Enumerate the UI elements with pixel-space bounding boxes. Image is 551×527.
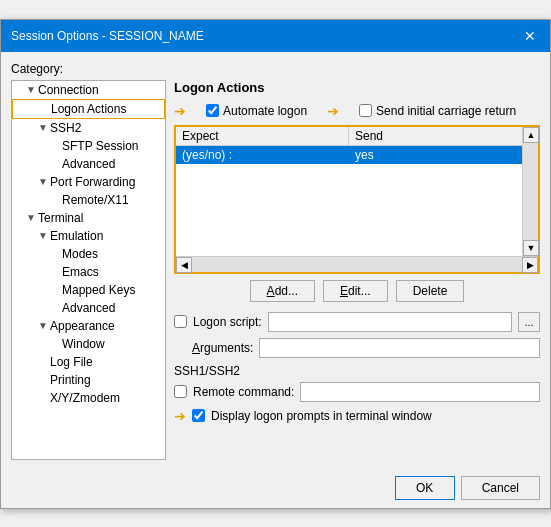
remote-command-row: Remote command:	[174, 382, 540, 402]
table-header: Expect Send	[176, 127, 522, 146]
main-content: ▼ Connection Logon Actions ▼ SSH2 SFTP S…	[11, 80, 540, 460]
footer-buttons: OK Cancel	[1, 470, 550, 508]
tree-panel[interactable]: ▼ Connection Logon Actions ▼ SSH2 SFTP S…	[11, 80, 166, 460]
tree-item-logon-actions[interactable]: Logon Actions	[12, 99, 165, 119]
remote-command-input[interactable]	[300, 382, 540, 402]
tree-item-label: Mapped Keys	[62, 283, 135, 297]
automate-logon-text: Automate logon	[223, 104, 307, 118]
expand-icon: ▼	[38, 176, 48, 187]
tree-item-xyzmodem[interactable]: X/Y/Zmodem	[12, 389, 165, 407]
arguments-label: Arguments:	[192, 341, 253, 355]
arguments-row: Arguments:	[174, 338, 540, 358]
tree-item-label: Window	[62, 337, 105, 351]
tree-item-label: Connection	[38, 83, 99, 97]
tree-item-connection[interactable]: ▼ Connection	[12, 81, 165, 99]
tree-item-printing[interactable]: Printing	[12, 371, 165, 389]
table-hscroll[interactable]: ◀ ▶	[176, 256, 538, 272]
tree-item-label: Advanced	[62, 157, 115, 171]
tree-item-sftp-session[interactable]: SFTP Session	[12, 137, 165, 155]
expand-spacer	[39, 103, 49, 114]
expand-icon: ▼	[26, 212, 36, 223]
expand-spacer	[38, 374, 48, 385]
tree-item-advanced-ssh2[interactable]: Advanced	[12, 155, 165, 173]
expand-spacer	[50, 284, 60, 295]
add-button[interactable]: Add...	[250, 280, 315, 302]
send-carriage-label[interactable]: Send initial carriage return	[359, 104, 516, 118]
tree-item-ssh2[interactable]: ▼ SSH2	[12, 119, 165, 137]
logon-script-browse-button[interactable]: ...	[518, 312, 540, 332]
remote-command-label: Remote command:	[193, 385, 294, 399]
tree-item-label: Appearance	[50, 319, 115, 333]
tree-item-label: Emacs	[62, 265, 99, 279]
logon-script-input[interactable]	[268, 312, 512, 332]
expand-spacer	[50, 140, 60, 151]
table-row[interactable]: (yes/no) : yes	[176, 146, 522, 164]
tree-item-advanced-emulation[interactable]: Advanced	[12, 299, 165, 317]
dialog: Session Options - SESSION_NAME ✕ Categor…	[0, 19, 551, 509]
tree-item-label: SSH2	[50, 121, 81, 135]
send-carriage-checkbox[interactable]	[359, 104, 372, 117]
tree-item-label: Log File	[50, 355, 93, 369]
tree-item-remote-x11[interactable]: Remote/X11	[12, 191, 165, 209]
tree-item-window[interactable]: Window	[12, 335, 165, 353]
panel-title: Logon Actions	[174, 80, 540, 95]
category-label: Category:	[11, 62, 540, 76]
tree-item-label: SFTP Session	[62, 139, 138, 153]
display-prompts-row: ➔ Display logon prompts in terminal wind…	[174, 408, 540, 424]
expect-cell: (yes/no) :	[176, 146, 349, 164]
table-with-scrollbar: Expect Send (yes/no) : yes	[176, 127, 538, 256]
tree-item-appearance[interactable]: ▼ Appearance	[12, 317, 165, 335]
tree-item-label: Terminal	[38, 211, 83, 225]
close-button[interactable]: ✕	[520, 26, 540, 46]
scroll-down-button[interactable]: ▼	[523, 240, 539, 256]
add-button-label: Add...	[267, 284, 298, 298]
arrow-icon-prompts: ➔	[174, 408, 186, 424]
expand-icon: ▼	[38, 122, 48, 133]
delete-button-label: Delete	[413, 284, 448, 298]
options-row: ➔ Automate logon ➔ Send initial carriage…	[174, 103, 540, 119]
hscroll-track	[192, 257, 522, 272]
table-body[interactable]: (yes/no) : yes	[176, 146, 522, 256]
scroll-up-button[interactable]: ▲	[523, 127, 539, 143]
tree-item-log-file[interactable]: Log File	[12, 353, 165, 371]
dialog-body: Category: ▼ Connection Logon Actions ▼ S…	[1, 52, 550, 470]
expand-icon: ▼	[38, 230, 48, 241]
expand-spacer	[50, 338, 60, 349]
tree-item-label: Printing	[50, 373, 91, 387]
tree-item-mapped-keys[interactable]: Mapped Keys	[12, 281, 165, 299]
tree-item-label: Remote/X11	[62, 193, 129, 207]
automate-logon-checkbox[interactable]	[206, 104, 219, 117]
hscroll-left-button[interactable]: ◀	[176, 257, 192, 273]
expand-spacer	[50, 158, 60, 169]
logon-table-container: Expect Send (yes/no) : yes	[174, 125, 540, 274]
title-bar: Session Options - SESSION_NAME ✕	[1, 20, 550, 52]
send-cell: yes	[349, 146, 522, 164]
expand-spacer	[50, 302, 60, 313]
delete-button[interactable]: Delete	[396, 280, 465, 302]
automate-logon-label[interactable]: Automate logon	[206, 104, 307, 118]
tree-item-emulation[interactable]: ▼ Emulation	[12, 227, 165, 245]
edit-button[interactable]: Edit...	[323, 280, 388, 302]
tree-item-terminal[interactable]: ▼ Terminal	[12, 209, 165, 227]
hscroll-right-button[interactable]: ▶	[522, 257, 538, 273]
tree-item-modes[interactable]: Modes	[12, 245, 165, 263]
tree-item-label: Port Forwarding	[50, 175, 135, 189]
dialog-title: Session Options - SESSION_NAME	[11, 29, 204, 43]
ssh-section-label: SSH1/SSH2	[174, 364, 540, 378]
logon-script-checkbox[interactable]	[174, 315, 187, 328]
expand-spacer	[50, 248, 60, 259]
tree-item-port-forwarding[interactable]: ▼ Port Forwarding	[12, 173, 165, 191]
logon-script-label: Logon script:	[193, 315, 262, 329]
arguments-input[interactable]	[259, 338, 540, 358]
display-prompts-checkbox[interactable]	[192, 409, 205, 422]
cancel-button[interactable]: Cancel	[461, 476, 540, 500]
remote-command-checkbox[interactable]	[174, 385, 187, 398]
ok-button[interactable]: OK	[395, 476, 455, 500]
arrow-icon-send: ➔	[327, 103, 339, 119]
tree-item-label: Advanced	[62, 301, 115, 315]
display-prompts-label: Display logon prompts in terminal window	[211, 409, 432, 423]
tree-item-emacs[interactable]: Emacs	[12, 263, 165, 281]
table-action-buttons: Add... Edit... Delete	[174, 280, 540, 302]
table-vscroll[interactable]: ▲ ▼	[522, 127, 538, 256]
col-send-header: Send	[349, 127, 522, 145]
